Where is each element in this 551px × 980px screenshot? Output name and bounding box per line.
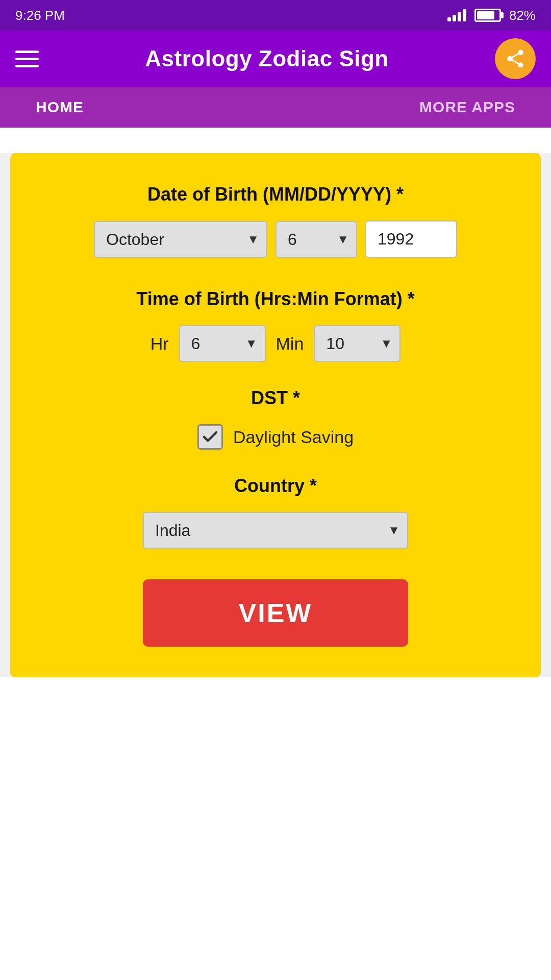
min-select-wrap: 0510152025303540455055 ▼	[314, 325, 400, 362]
signal-icon	[447, 9, 466, 21]
white-gap	[0, 128, 551, 153]
time-section: Time of Birth (Hrs:Min Format) * Hr 0123…	[31, 288, 520, 362]
hr-label: Hr	[151, 334, 169, 354]
country-select[interactable]: IndiaUnited StatesUnited KingdomAustrali…	[143, 512, 408, 549]
main-card: Date of Birth (MM/DD/YYYY) * JanuaryFebr…	[10, 153, 541, 677]
nav-bar: HOME MORE APPS	[0, 87, 551, 128]
dst-label: DST *	[251, 387, 300, 409]
bottom-area	[0, 677, 551, 980]
share-icon	[505, 48, 526, 69]
dob-row: JanuaryFebruaryMarchAprilMayJuneJulyAugu…	[94, 220, 457, 258]
hamburger-menu-icon[interactable]	[15, 51, 39, 67]
country-label: Country *	[234, 475, 317, 497]
app-bar: Astrology Zodiac Sign	[0, 31, 551, 87]
app-title: Astrology Zodiac Sign	[145, 46, 388, 71]
min-select[interactable]: 0510152025303540455055	[314, 325, 400, 362]
time-display: 9:26 PM	[15, 8, 65, 23]
country-section: Country * IndiaUnited StatesUnited Kingd…	[31, 475, 520, 549]
daylight-saving-label: Daylight Saving	[233, 427, 354, 447]
month-select-wrap: JanuaryFebruaryMarchAprilMayJuneJulyAugu…	[94, 221, 267, 258]
nav-home[interactable]: HOME	[20, 93, 99, 121]
country-select-wrap: IndiaUnited StatesUnited KingdomAustrali…	[143, 512, 408, 549]
dob-label: Date of Birth (MM/DD/YYYY) *	[147, 184, 404, 205]
min-label: Min	[276, 334, 304, 354]
hour-select-wrap: 01234567891011121314151617181920212223 ▼	[179, 325, 266, 362]
time-row: Hr 0123456789101112131415161718192021222…	[151, 325, 401, 362]
view-button[interactable]: VIEW	[143, 579, 408, 647]
battery-icon	[474, 9, 501, 22]
status-icons: 82%	[447, 8, 536, 23]
battery-percent: 82%	[509, 8, 536, 23]
dst-checkbox[interactable]	[197, 424, 223, 450]
time-label: Time of Birth (Hrs:Min Format) *	[136, 288, 414, 310]
nav-more-apps[interactable]: MORE APPS	[404, 93, 531, 121]
year-input[interactable]	[365, 220, 457, 258]
checkmark-icon	[201, 428, 219, 446]
hour-select[interactable]: 01234567891011121314151617181920212223	[179, 325, 266, 362]
day-select[interactable]: 1234567891011121314151617181920212223242…	[276, 221, 357, 258]
day-select-wrap: 1234567891011121314151617181920212223242…	[276, 221, 357, 258]
share-button[interactable]	[495, 38, 536, 79]
dst-section: DST * Daylight Saving	[31, 387, 520, 450]
dst-checkbox-row: Daylight Saving	[197, 424, 354, 450]
month-select[interactable]: JanuaryFebruaryMarchAprilMayJuneJulyAugu…	[94, 221, 267, 258]
status-bar: 9:26 PM 82%	[0, 0, 551, 31]
